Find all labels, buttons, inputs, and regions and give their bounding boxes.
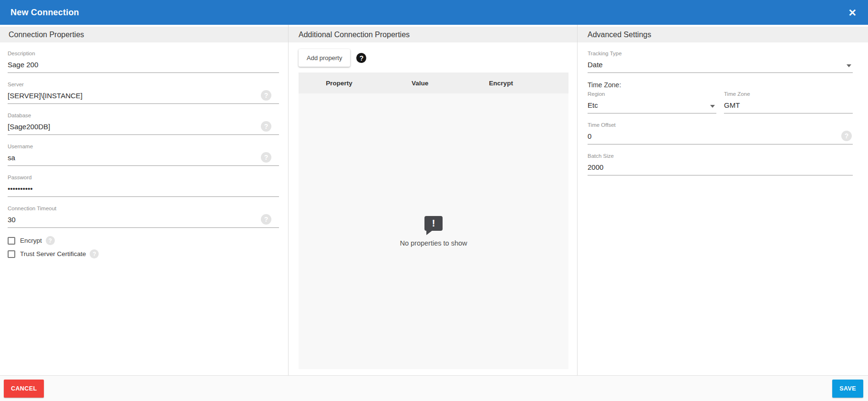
connection-properties-panel: Connection Properties Description Server… (0, 25, 289, 375)
region-label: Region (588, 91, 716, 97)
encrypt-row: Encrypt ? (8, 236, 279, 245)
tracking-type-label: Tracking Type (588, 50, 853, 57)
add-property-row: Add property ? (299, 49, 568, 67)
time-zone-heading: Time Zone: (588, 81, 853, 89)
password-input[interactable] (8, 182, 279, 197)
connection-timeout-label: Connection Timeout (8, 205, 279, 212)
additional-properties-body: Add property ? Property Value Encrypt ! … (289, 42, 577, 369)
save-button[interactable]: SAVE (832, 380, 863, 398)
additional-properties-panel: Additional Connection Properties Add pro… (289, 25, 578, 375)
trust-server-certificate-checkbox[interactable] (8, 250, 15, 258)
connection-timeout-help-icon[interactable]: ? (261, 214, 271, 225)
database-field: Database ? (8, 112, 279, 135)
dialog-content: Connection Properties Description Server… (0, 25, 868, 375)
advanced-settings-header: Advanced Settings (578, 27, 868, 42)
dialog-title: New Connection (0, 8, 79, 18)
column-header-value: Value (380, 80, 461, 87)
time-offset-input[interactable] (588, 130, 853, 144)
server-help-icon[interactable]: ? (261, 90, 271, 101)
time-offset-help-icon[interactable]: ? (841, 131, 852, 141)
time-offset-field: Time Offset ? (588, 122, 853, 144)
server-input[interactable] (8, 89, 279, 104)
encrypt-label: Encrypt (20, 237, 42, 244)
alert-bubble-icon: ! (424, 216, 443, 231)
region-field: Region (588, 91, 716, 113)
batch-size-input[interactable] (588, 161, 853, 175)
username-field: Username ? (8, 143, 279, 166)
properties-table-body: ! No properties to show (299, 93, 568, 369)
batch-size-label: Batch Size (588, 153, 853, 159)
database-help-icon[interactable]: ? (261, 121, 271, 132)
connection-properties-body: Description Server ? Database ? Username… (0, 42, 288, 258)
column-header-property: Property (299, 80, 380, 87)
additional-properties-header: Additional Connection Properties (289, 27, 577, 42)
tracking-type-dropdown-arrow-icon[interactable] (847, 64, 851, 67)
trust-server-certificate-row: Trust Server Certificate ? (8, 249, 279, 258)
description-label: Description (8, 50, 279, 57)
checkbox-group: Encrypt ? Trust Server Certificate ? (8, 236, 279, 258)
empty-state-message: No properties to show (400, 239, 467, 247)
trust-server-certificate-label: Trust Server Certificate (20, 250, 86, 257)
connection-timeout-input[interactable] (8, 213, 279, 228)
advanced-settings-body: Tracking Type Time Zone: Region Time Zon… (578, 42, 868, 175)
description-input[interactable] (8, 58, 279, 73)
add-property-help-icon[interactable]: ? (356, 53, 366, 63)
username-help-icon[interactable]: ? (261, 152, 271, 163)
time-offset-label: Time Offset (588, 122, 853, 128)
trust-server-certificate-help-icon[interactable]: ? (90, 249, 99, 258)
properties-table: Property Value Encrypt ! No properties t… (299, 72, 568, 369)
batch-size-field: Batch Size (588, 153, 853, 175)
password-label: Password (8, 174, 279, 181)
database-label: Database (8, 112, 279, 119)
dialog-footer: CANCEL SAVE (0, 375, 868, 401)
time-zone-input[interactable] (724, 99, 853, 113)
time-zone-row: Region Time Zone (588, 91, 853, 122)
time-zone-field: Time Zone (724, 91, 853, 113)
column-header-encrypt: Encrypt (461, 80, 542, 87)
connection-properties-header: Connection Properties (0, 27, 288, 42)
region-dropdown-arrow-icon[interactable] (710, 105, 715, 108)
encrypt-help-icon[interactable]: ? (46, 236, 55, 245)
server-field: Server ? (8, 81, 279, 104)
username-label: Username (8, 143, 279, 150)
connection-timeout-field: Connection Timeout ? (8, 205, 279, 228)
time-zone-label: Time Zone (724, 91, 853, 97)
advanced-settings-panel: Advanced Settings Tracking Type Time Zon… (578, 25, 868, 375)
encrypt-checkbox[interactable] (8, 237, 15, 245)
database-input[interactable] (8, 120, 279, 135)
password-field: Password (8, 174, 279, 197)
username-input[interactable] (8, 151, 279, 166)
server-label: Server (8, 81, 279, 88)
region-select[interactable] (588, 99, 716, 113)
cancel-button[interactable]: CANCEL (4, 380, 44, 398)
tracking-type-field: Tracking Type (588, 50, 853, 73)
properties-table-header: Property Value Encrypt (299, 72, 568, 93)
close-icon[interactable]: ✕ (846, 6, 858, 20)
dialog-titlebar: New Connection ✕ (0, 0, 868, 25)
add-property-button[interactable]: Add property (299, 49, 350, 67)
tracking-type-select[interactable] (588, 58, 853, 73)
description-field: Description (8, 50, 279, 73)
